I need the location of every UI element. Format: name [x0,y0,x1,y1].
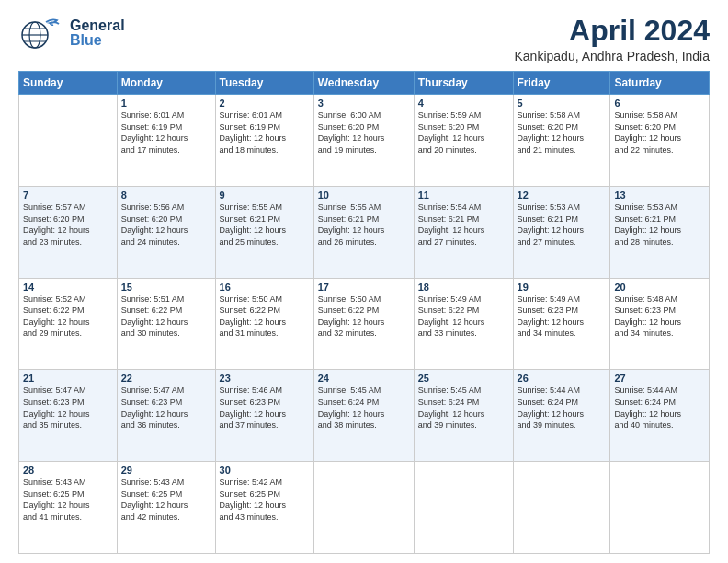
table-row [513,462,610,554]
table-row: 27Sunrise: 5:44 AM Sunset: 6:24 PM Dayli… [610,370,710,462]
header-wednesday: Wednesday [313,72,414,95]
day-number: 26 [518,373,607,384]
day-number: 13 [614,190,705,201]
calendar-week-row: 21Sunrise: 5:47 AM Sunset: 6:23 PM Dayli… [19,370,710,462]
day-number: 29 [121,465,211,476]
header-friday: Friday [513,72,610,95]
table-row: 7Sunrise: 5:57 AM Sunset: 6:20 PM Daylig… [19,186,118,278]
day-info: Sunrise: 5:49 AM Sunset: 6:22 PM Dayligh… [418,293,509,339]
day-number: 27 [614,373,705,384]
day-number: 7 [23,190,113,201]
table-row: 9Sunrise: 5:55 AM Sunset: 6:21 PM Daylig… [215,186,313,278]
header-sunday: Sunday [19,72,118,95]
day-number: 6 [614,98,705,109]
day-number: 10 [318,190,410,201]
table-row: 29Sunrise: 5:43 AM Sunset: 6:25 PM Dayli… [117,462,215,554]
table-row: 8Sunrise: 5:56 AM Sunset: 6:20 PM Daylig… [117,186,215,278]
table-row [313,462,414,554]
day-info: Sunrise: 5:46 AM Sunset: 6:23 PM Dayligh… [220,385,310,431]
logo-general: General [70,18,125,33]
logo-text: General Blue [70,18,125,48]
day-info: Sunrise: 6:00 AM Sunset: 6:20 PM Dayligh… [318,109,410,155]
day-number: 14 [23,282,113,293]
logo-icon [18,15,66,52]
day-info: Sunrise: 5:51 AM Sunset: 6:22 PM Dayligh… [121,293,211,339]
header-monday: Monday [117,72,215,95]
day-info: Sunrise: 5:49 AM Sunset: 6:23 PM Dayligh… [518,293,607,339]
day-number: 17 [318,282,410,293]
table-row: 15Sunrise: 5:51 AM Sunset: 6:22 PM Dayli… [117,278,215,370]
day-number: 28 [23,465,113,476]
table-row [19,95,118,187]
day-info: Sunrise: 5:53 AM Sunset: 6:21 PM Dayligh… [614,201,705,247]
day-number: 11 [418,190,509,201]
table-row: 11Sunrise: 5:54 AM Sunset: 6:21 PM Dayli… [414,186,513,278]
day-number: 5 [518,98,607,109]
day-info: Sunrise: 5:54 AM Sunset: 6:21 PM Dayligh… [418,201,509,247]
header-tuesday: Tuesday [215,72,313,95]
day-number: 20 [614,282,705,293]
day-info: Sunrise: 5:44 AM Sunset: 6:24 PM Dayligh… [518,385,607,431]
day-info: Sunrise: 5:48 AM Sunset: 6:23 PM Dayligh… [614,293,705,339]
day-number: 15 [121,282,211,293]
calendar-week-row: 1Sunrise: 6:01 AM Sunset: 6:19 PM Daylig… [19,95,710,187]
day-number: 23 [220,373,310,384]
day-info: Sunrise: 5:56 AM Sunset: 6:20 PM Dayligh… [121,201,211,247]
table-row: 17Sunrise: 5:50 AM Sunset: 6:22 PM Dayli… [313,278,414,370]
day-number: 3 [318,98,410,109]
table-row: 25Sunrise: 5:45 AM Sunset: 6:24 PM Dayli… [414,370,513,462]
day-number: 1 [121,98,211,109]
day-number: 21 [23,373,113,384]
title-block: April 2024 Kankipadu, Andhra Pradesh, In… [515,15,711,63]
table-row [414,462,513,554]
table-row: 2Sunrise: 6:01 AM Sunset: 6:19 PM Daylig… [215,95,313,187]
day-info: Sunrise: 5:58 AM Sunset: 6:20 PM Dayligh… [518,109,607,155]
table-row: 28Sunrise: 5:43 AM Sunset: 6:25 PM Dayli… [19,462,118,554]
header: General Blue April 2024 Kankipadu, Andhr… [18,15,710,63]
day-info: Sunrise: 5:58 AM Sunset: 6:20 PM Dayligh… [614,109,705,155]
day-info: Sunrise: 5:45 AM Sunset: 6:24 PM Dayligh… [418,385,509,431]
day-info: Sunrise: 5:57 AM Sunset: 6:20 PM Dayligh… [23,201,113,247]
day-info: Sunrise: 5:47 AM Sunset: 6:23 PM Dayligh… [23,385,113,431]
day-number: 9 [220,190,310,201]
day-number: 25 [418,373,509,384]
day-info: Sunrise: 5:53 AM Sunset: 6:21 PM Dayligh… [518,201,607,247]
day-number: 2 [220,98,310,109]
day-info: Sunrise: 5:44 AM Sunset: 6:24 PM Dayligh… [614,385,705,431]
table-row: 16Sunrise: 5:50 AM Sunset: 6:22 PM Dayli… [215,278,313,370]
table-row: 5Sunrise: 5:58 AM Sunset: 6:20 PM Daylig… [513,95,610,187]
table-row: 3Sunrise: 6:00 AM Sunset: 6:20 PM Daylig… [313,95,414,187]
table-row: 21Sunrise: 5:47 AM Sunset: 6:23 PM Dayli… [19,370,118,462]
table-row: 20Sunrise: 5:48 AM Sunset: 6:23 PM Dayli… [610,278,710,370]
header-saturday: Saturday [610,72,710,95]
logo: General Blue [18,15,125,52]
table-row: 18Sunrise: 5:49 AM Sunset: 6:22 PM Dayli… [414,278,513,370]
table-row: 6Sunrise: 5:58 AM Sunset: 6:20 PM Daylig… [610,95,710,187]
table-row: 23Sunrise: 5:46 AM Sunset: 6:23 PM Dayli… [215,370,313,462]
day-number: 18 [418,282,509,293]
day-number: 16 [220,282,310,293]
table-row: 22Sunrise: 5:47 AM Sunset: 6:23 PM Dayli… [117,370,215,462]
subtitle: Kankipadu, Andhra Pradesh, India [515,49,711,63]
day-info: Sunrise: 5:43 AM Sunset: 6:25 PM Dayligh… [121,477,211,523]
day-info: Sunrise: 5:43 AM Sunset: 6:25 PM Dayligh… [23,477,113,523]
day-number: 8 [121,190,211,201]
calendar-week-row: 14Sunrise: 5:52 AM Sunset: 6:22 PM Dayli… [19,278,710,370]
table-row: 10Sunrise: 5:55 AM Sunset: 6:21 PM Dayli… [313,186,414,278]
day-info: Sunrise: 5:59 AM Sunset: 6:20 PM Dayligh… [418,109,509,155]
day-number: 22 [121,373,211,384]
day-info: Sunrise: 6:01 AM Sunset: 6:19 PM Dayligh… [220,109,310,155]
day-info: Sunrise: 5:55 AM Sunset: 6:21 PM Dayligh… [220,201,310,247]
day-info: Sunrise: 5:55 AM Sunset: 6:21 PM Dayligh… [318,201,410,247]
table-row: 30Sunrise: 5:42 AM Sunset: 6:25 PM Dayli… [215,462,313,554]
header-thursday: Thursday [414,72,513,95]
day-info: Sunrise: 5:45 AM Sunset: 6:24 PM Dayligh… [318,385,410,431]
table-row: 13Sunrise: 5:53 AM Sunset: 6:21 PM Dayli… [610,186,710,278]
table-row: 1Sunrise: 6:01 AM Sunset: 6:19 PM Daylig… [117,95,215,187]
day-info: Sunrise: 5:50 AM Sunset: 6:22 PM Dayligh… [220,293,310,339]
day-info: Sunrise: 6:01 AM Sunset: 6:19 PM Dayligh… [121,109,211,155]
table-row [610,462,710,554]
calendar-week-row: 7Sunrise: 5:57 AM Sunset: 6:20 PM Daylig… [19,186,710,278]
calendar-table: Sunday Monday Tuesday Wednesday Thursday… [18,71,710,554]
page: General Blue April 2024 Kankipadu, Andhr… [0,0,728,563]
